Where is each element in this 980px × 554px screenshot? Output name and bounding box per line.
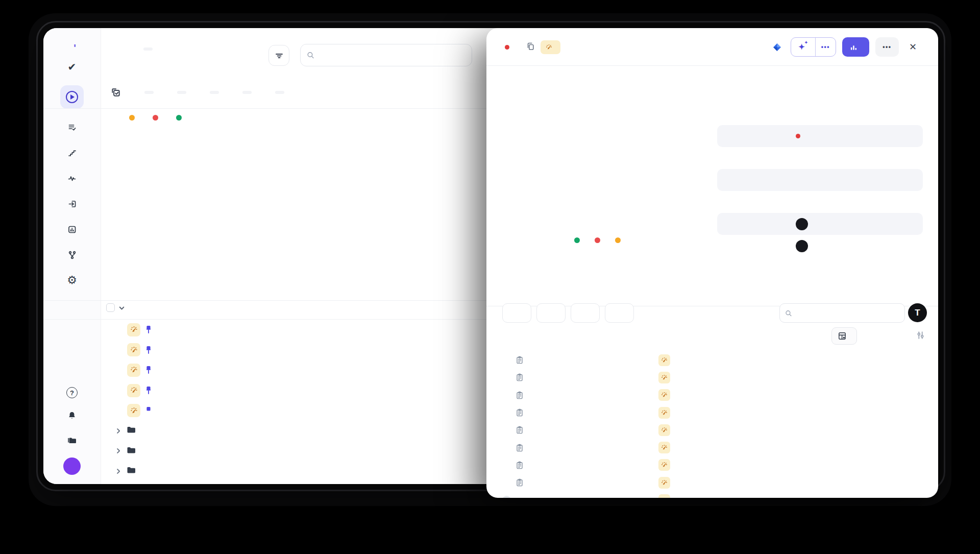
import-icon[interactable] xyxy=(65,197,79,211)
more-options-button[interactable]: ••• xyxy=(875,37,899,57)
analytics-icon[interactable] xyxy=(65,222,79,236)
table-gear-icon xyxy=(838,332,846,340)
test-row[interactable] xyxy=(486,404,938,421)
panel-header: ✦ ••• ••• ✕ xyxy=(486,28,938,66)
panel-tabs xyxy=(514,285,545,292)
tab-unfinished[interactable] xyxy=(238,91,252,94)
avatar xyxy=(796,240,808,252)
run-summary-button[interactable]: ✦ ••• xyxy=(791,37,836,57)
chart-legend xyxy=(129,115,186,121)
pin-icon xyxy=(145,406,152,415)
assistant-logo[interactable]: T xyxy=(908,303,927,322)
info-row-duration xyxy=(717,147,923,169)
chevron-down-icon[interactable] xyxy=(118,304,125,314)
run-state-icon xyxy=(112,386,122,396)
folder-icon xyxy=(126,466,136,476)
legend-passed xyxy=(574,237,584,243)
search-icon xyxy=(785,309,792,317)
test-row[interactable] xyxy=(486,387,938,404)
failed-dot-icon xyxy=(796,134,800,138)
branch-icon[interactable] xyxy=(65,248,79,262)
credits-indicator xyxy=(773,43,785,52)
info-row-executed xyxy=(717,191,923,213)
legend-failed xyxy=(153,115,163,121)
run-status-dot xyxy=(505,45,509,50)
tests-search-box[interactable] xyxy=(779,303,905,323)
sliders-icon[interactable] xyxy=(916,331,925,342)
clipboard-icon xyxy=(516,356,524,364)
run-state-icon xyxy=(112,345,122,355)
chip-failed[interactable] xyxy=(536,303,566,323)
tests-search-input[interactable] xyxy=(796,309,899,317)
test-row[interactable] xyxy=(486,439,938,456)
test-row[interactable] xyxy=(486,351,938,369)
run-summary-more-button[interactable]: ••• xyxy=(815,38,836,56)
manual-cursor-icon xyxy=(658,372,670,383)
manual-cursor-icon xyxy=(658,424,670,436)
chip-pending[interactable] xyxy=(605,303,634,323)
manual-cursor-icon xyxy=(658,442,670,453)
legend-skipped xyxy=(615,237,625,243)
clipboard-icon xyxy=(516,373,524,381)
search-box[interactable] xyxy=(300,44,472,66)
clipboard-icon xyxy=(516,391,524,399)
runs-count-badge xyxy=(143,47,153,51)
test-status-icon xyxy=(502,426,511,435)
chevron-right-icon[interactable] xyxy=(115,428,121,434)
test-row[interactable] xyxy=(486,369,938,386)
report-button[interactable] xyxy=(842,37,869,57)
run-state-icon xyxy=(112,365,122,375)
filter-button[interactable] xyxy=(268,45,289,66)
steps-icon[interactable] xyxy=(65,146,79,160)
custom-view-button[interactable] xyxy=(831,327,857,345)
chevron-right-icon[interactable] xyxy=(115,468,121,474)
skipped-dot-icon xyxy=(129,115,135,121)
manual-cursor-icon xyxy=(658,354,670,366)
info-row-tests xyxy=(717,169,923,191)
run-state-icon xyxy=(112,405,122,416)
close-icon[interactable]: ✕ xyxy=(909,41,917,53)
select-all-checkbox[interactable] xyxy=(106,303,115,312)
tab-manual[interactable] xyxy=(140,91,154,94)
tab-manual-count xyxy=(144,91,154,94)
test-row-partial xyxy=(486,491,938,498)
tab-automated[interactable] xyxy=(173,91,186,94)
tab-groups[interactable] xyxy=(271,91,284,94)
pin-icon xyxy=(145,325,152,334)
pin-icon xyxy=(145,346,152,354)
diamond-icon xyxy=(773,43,781,52)
chip-failed-count xyxy=(547,307,559,319)
clipboard-icon xyxy=(516,426,524,434)
manual-cursor-icon xyxy=(658,389,670,401)
donut-legend xyxy=(486,237,713,243)
test-status-icon xyxy=(502,478,511,487)
breadcrumb xyxy=(125,47,153,51)
sparkles-icon: ✦ xyxy=(798,42,805,52)
copy-icon[interactable] xyxy=(526,42,535,53)
passed-dot-icon xyxy=(176,115,182,121)
chevron-right-icon[interactable] xyxy=(115,448,121,454)
folder-icon xyxy=(126,446,136,456)
list-check-icon[interactable] xyxy=(65,120,79,134)
select-all-icon[interactable] xyxy=(111,87,121,98)
pin-icon xyxy=(145,366,152,374)
report-chart-icon xyxy=(850,43,857,51)
chip-skipped[interactable] xyxy=(571,303,600,323)
activity-pulse-icon[interactable] xyxy=(65,171,79,185)
clipboard-icon xyxy=(516,408,524,417)
tests-icon[interactable]: ✔ xyxy=(65,60,79,74)
settings-gear-icon[interactable]: ⚙ xyxy=(65,273,79,287)
manual-cursor-icon xyxy=(546,44,552,51)
test-status-icon xyxy=(502,356,511,365)
test-row[interactable] xyxy=(486,421,938,439)
run-detail-panel: ✦ ••• ••• ✕ xyxy=(486,28,938,498)
test-row[interactable] xyxy=(486,456,938,474)
test-row[interactable] xyxy=(486,474,938,491)
tab-mixed[interactable] xyxy=(206,91,219,94)
test-status-icon xyxy=(502,391,511,399)
sidebar-item-runs[interactable] xyxy=(60,85,84,109)
search-input[interactable] xyxy=(319,51,465,60)
tab-automated-count xyxy=(177,91,186,94)
runs-line-chart xyxy=(102,125,541,266)
chip-passed[interactable] xyxy=(502,303,531,323)
